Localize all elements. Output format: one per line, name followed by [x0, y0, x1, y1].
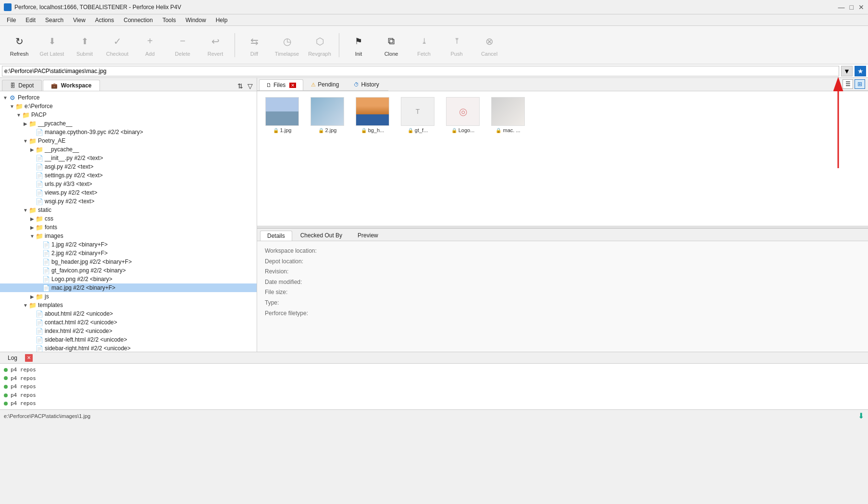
tree-toggle[interactable]: ▼	[2, 94, 9, 101]
title-left: Perforce, localhost:1666, TOBEALISTENER …	[4, 3, 181, 11]
delete-button[interactable]: − Delete	[167, 28, 198, 62]
file-thumb-logo[interactable]: ◎ 🔒 Logo...	[444, 97, 482, 133]
tree-item[interactable]: 📄 sidebar-right.html #2/2 <unicode>	[0, 344, 257, 352]
add-button[interactable]: + Add	[135, 28, 165, 62]
get-latest-button[interactable]: ⬇ Get Latest	[37, 28, 67, 62]
tree-toggle[interactable]: ▼	[22, 137, 29, 144]
menu-file[interactable]: File	[2, 16, 21, 25]
pending-tab[interactable]: ⚠ Pending	[304, 79, 346, 90]
tree-item[interactable]: 📄 settings.py #2/2 <text>	[0, 171, 257, 180]
menu-search[interactable]: Search	[40, 16, 68, 25]
depot-tab[interactable]: 🗄 Depot	[2, 80, 42, 91]
tree-item[interactable]: ▶ 📁 __pycache__	[0, 119, 257, 128]
tree-item[interactable]: 📄 about.html #2/2 <unicode>	[0, 309, 257, 318]
sort-button[interactable]: ⇅	[236, 81, 245, 91]
tree-item[interactable]: ▼ 📁 PACP	[0, 111, 257, 119]
file-thumb-1jpg[interactable]: 🔒 1.jpg	[263, 97, 301, 133]
file-thumb-bgh[interactable]: 🔒 bg_h...	[353, 97, 392, 133]
timelapse-button[interactable]: ◷ Timelapse	[272, 28, 302, 62]
log-tab[interactable]: Log	[2, 354, 23, 362]
init-button[interactable]: ⚑ Init	[343, 28, 374, 62]
tree-toggle[interactable]: ▶	[22, 120, 29, 127]
menu-tools[interactable]: Tools	[158, 16, 181, 25]
tree-item[interactable]: ▶ 📁 __pycache__	[0, 145, 257, 154]
diff-button[interactable]: ⇆ Diff	[239, 28, 270, 62]
submit-button[interactable]: ⬆ Submit	[69, 28, 100, 62]
menu-view[interactable]: View	[68, 16, 90, 25]
close-button[interactable]: ✕	[858, 3, 864, 11]
clone-button[interactable]: ⧉ Clone	[376, 28, 407, 62]
tree-item[interactable]: 📄 index.html #2/2 <unicode>	[0, 327, 257, 335]
tree-item[interactable]: 📄 wsgi.py #2/2 <text>	[0, 197, 257, 206]
files-tab-close[interactable]: ✕	[289, 83, 296, 88]
tree-item[interactable]: ▼ ⚙ Perforce	[0, 93, 257, 102]
revgraph-button[interactable]: ⬡ Revgraph	[304, 28, 335, 62]
tree-item[interactable]: ▼ 📁 static	[0, 206, 257, 214]
file-icon: 📄	[42, 284, 50, 292]
file-thumb-gtf[interactable]: T 🔒 gt_f...	[398, 97, 437, 133]
revert-button[interactable]: ↩ Revert	[200, 28, 231, 62]
file-icon: 📄	[42, 249, 50, 257]
tree-toggle[interactable]: ▼	[22, 302, 29, 308]
fetch-button[interactable]: ⤓ Fetch	[409, 28, 439, 62]
tree-item[interactable]: ▶ 📁 js	[0, 292, 257, 301]
tree-item[interactable]: 📄 Logo.png #2/2 <binary>	[0, 275, 257, 283]
toolbar: ↻ Refresh ⬇ Get Latest ⬆ Submit ✓ Checko…	[0, 26, 868, 64]
submit-icon: ⬆	[77, 34, 92, 49]
address-dropdown-button[interactable]: ▼	[841, 66, 853, 76]
tree-item[interactable]: 📄 contact.html #2/2 <unicode>	[0, 318, 257, 327]
menu-edit[interactable]: Edit	[21, 16, 40, 25]
tree-toggle[interactable]: ▶	[29, 146, 36, 153]
refresh-button[interactable]: ↻ Refresh	[4, 28, 35, 62]
grid-view-button[interactable]: ⊞	[855, 79, 865, 89]
log-area: Log ✕ p4 repos p4 repos p4 repos p4 repo…	[0, 352, 868, 409]
tree-item[interactable]: 📄 gt_favicon.png #2/2 <binary>	[0, 266, 257, 275]
tree-item[interactable]: 📄 asgi.py #2/2 <text>	[0, 162, 257, 171]
tree-item[interactable]: 📄 __init__.py #2/2 <text>	[0, 154, 257, 162]
cancel-button[interactable]: ⊗ Cancel	[474, 28, 505, 62]
menu-actions[interactable]: Actions	[90, 16, 119, 25]
tree-toggle[interactable]: ▼	[9, 103, 15, 110]
tree-item[interactable]: 📄 bg_header.jpg #2/2 <binary+F>	[0, 258, 257, 266]
menu-window[interactable]: Window	[181, 16, 211, 25]
tree-item[interactable]: 📄 views.py #2/2 <text>	[0, 188, 257, 197]
workspace-tab[interactable]: 💼 Workspace	[43, 80, 99, 91]
selected-tree-item[interactable]: 📄 mac.jpg #2/2 <binary+F>	[0, 283, 257, 292]
tree-item[interactable]: 📄 1.jpg #2/2 <binary+F>	[0, 240, 257, 249]
history-tab[interactable]: ⏱ History	[347, 79, 386, 90]
tree-item[interactable]: ▶ 📁 css	[0, 214, 257, 223]
bookmark-button[interactable]: ★	[855, 66, 866, 76]
tree-item[interactable]: 📄 sidebar-left.html #2/2 <unicode>	[0, 335, 257, 344]
file-icon: 📄	[36, 163, 43, 171]
tree-item[interactable]: ▼ 📁 images	[0, 232, 257, 240]
tree-item[interactable]: ▼ 📁 templates	[0, 301, 257, 309]
checked-out-by-tab[interactable]: Checked Out By	[293, 230, 349, 241]
preview-tab[interactable]: Preview	[350, 230, 385, 241]
details-tab[interactable]: Details	[260, 231, 292, 241]
filter-button[interactable]: ▽	[245, 81, 255, 91]
push-button[interactable]: ⤒ Push	[441, 28, 472, 62]
tree-item[interactable]: 📄 manage.cpython-39.pyc #2/2 <binary>	[0, 128, 257, 136]
log-line: p4 repos	[4, 399, 864, 408]
tree-toggle[interactable]: ▼	[29, 233, 36, 239]
tree-toggle[interactable]: ▼	[22, 207, 29, 213]
maximize-button[interactable]: □	[850, 3, 854, 11]
tree-item[interactable]: 📄 2.jpg #2/2 <binary+F>	[0, 249, 257, 258]
tree-item[interactable]: ▶ 📁 fonts	[0, 223, 257, 232]
log-close-button[interactable]: ✕	[25, 354, 33, 362]
tree-toggle[interactable]: ▼	[15, 111, 22, 118]
tree-item[interactable]: ▼ 📁 e:\Perforce	[0, 102, 257, 111]
tree-toggle[interactable]: ▶	[29, 215, 36, 222]
file-thumb-mac[interactable]: 🔒 mac. ...	[489, 97, 527, 133]
checkout-button[interactable]: ✓ Checkout	[102, 28, 133, 62]
files-tab[interactable]: 🗋 Files ✕	[259, 79, 303, 90]
minimize-button[interactable]: —	[838, 3, 845, 11]
tree-toggle[interactable]: ▶	[29, 293, 36, 300]
tree-toggle[interactable]: ▶	[29, 224, 36, 231]
menu-connection[interactable]: Connection	[119, 16, 158, 25]
menu-help[interactable]: Help	[211, 16, 233, 25]
tree-item[interactable]: 📄 urls.py #3/3 <text>	[0, 180, 257, 188]
tree-item[interactable]: ▼ 📁 Poetry_AE	[0, 136, 257, 145]
file-thumb-2jpg[interactable]: 🔒 2.jpg	[308, 97, 347, 133]
address-input[interactable]	[2, 66, 839, 76]
